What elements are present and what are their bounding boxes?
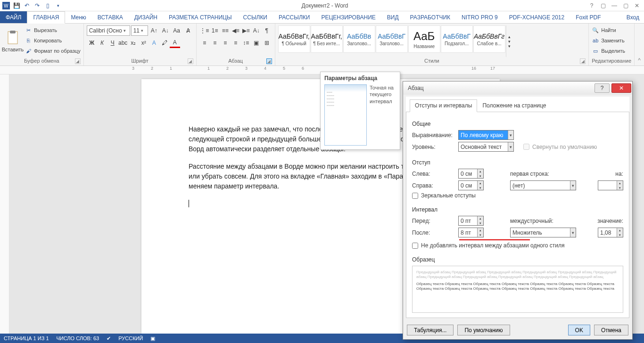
superscript-icon[interactable]: x²	[139, 38, 149, 48]
paste-button[interactable]: Вставить	[3, 25, 23, 57]
redo-icon[interactable]: ↷	[33, 1, 41, 10]
clear-format-icon[interactable]: A̷	[183, 25, 193, 36]
tab-view[interactable]: ВИД	[381, 11, 405, 23]
styles-gallery[interactable]: АаБбВвГг,¶ Обычный АаБбВвГг,¶ Без инте..…	[278, 25, 586, 57]
tab-nitro[interactable]: NITRO PRO 9	[456, 11, 504, 23]
collapse-ribbon-icon[interactable]: ^	[635, 24, 644, 65]
word-count[interactable]: ЧИСЛО СЛОВ: 63	[57, 335, 99, 341]
style-normal[interactable]: АаБбВвГг,¶ Обычный	[278, 25, 310, 53]
tab-file[interactable]: ФАЙЛ	[0, 11, 27, 23]
italic-icon[interactable]: К	[97, 38, 107, 48]
right-indent-spinner[interactable]: 0 см	[458, 180, 484, 190]
firstline-by-spinner[interactable]	[598, 180, 623, 190]
find-button[interactable]: 🔍Найти	[592, 25, 625, 35]
paragraph-launcher-icon[interactable]: ◢	[266, 58, 272, 64]
dialog-help-icon[interactable]: ?	[594, 83, 610, 93]
align-right-icon[interactable]: ≡	[220, 38, 231, 48]
tab-layout[interactable]: РАЗМЕТКА СТРАНИЦЫ	[163, 11, 238, 23]
shrink-font-icon[interactable]: A↓	[160, 25, 171, 36]
text-effects-icon[interactable]: A	[149, 38, 159, 48]
styles-more-icon[interactable]: ▴▾▾	[506, 25, 512, 57]
outdent-icon[interactable]: ◀≡	[231, 25, 241, 36]
style-title[interactable]: АаБНазвание	[408, 25, 440, 53]
justify-icon[interactable]: ≡	[231, 38, 241, 48]
level-select[interactable]: Основной текст▾	[458, 142, 514, 152]
subscript-icon[interactable]: x₂	[128, 38, 139, 48]
nosame-checkbox[interactable]	[412, 243, 418, 249]
qat-customize-icon[interactable]: ▾	[54, 1, 62, 10]
proofing-icon[interactable]: ✔	[107, 335, 111, 342]
style-subtle[interactable]: АаБбВвГгСлабое в...	[473, 25, 505, 53]
style-nospacing[interactable]: АаБбВвГг,¶ Без инте...	[311, 25, 343, 53]
tabs-button[interactable]: Табуляция...	[407, 325, 454, 335]
language-status[interactable]: РУССКИЙ	[118, 335, 143, 341]
login-link[interactable]: Вход	[622, 11, 644, 23]
tab-design[interactable]: ДИЗАЙН	[129, 11, 163, 23]
dialog-close-icon[interactable]: ✕	[611, 83, 631, 93]
numbering-icon[interactable]: 1≡	[210, 25, 220, 36]
save-icon[interactable]: 💾	[12, 1, 21, 10]
align-center-icon[interactable]: ≡	[210, 38, 220, 48]
font-color-icon[interactable]: A	[170, 38, 180, 48]
tab-foxit[interactable]: Foxit PDF	[570, 11, 606, 23]
macro-icon[interactable]: ▣	[150, 335, 155, 342]
left-indent-spinner[interactable]: 0 см	[458, 169, 484, 179]
change-case-icon[interactable]: Aa	[172, 25, 182, 36]
select-button[interactable]: ▭Выделить	[592, 46, 625, 56]
undo-icon[interactable]: ↶	[23, 1, 31, 10]
multilevel-icon[interactable]: ≡≡	[220, 25, 231, 36]
indent-icon[interactable]: ▶≡	[241, 25, 251, 36]
underline-icon[interactable]: Ч	[107, 38, 118, 48]
style-subtitle[interactable]: АаБбВвГПодзагол...	[441, 25, 473, 53]
launcher-icon[interactable]: ◢	[188, 58, 193, 64]
after-spinner[interactable]: 8 пт	[458, 228, 484, 237]
bullets-icon[interactable]: ⋮≡	[199, 25, 210, 36]
strike-icon[interactable]: abc	[118, 38, 128, 48]
tab-home[interactable]: ГЛАВНАЯ	[27, 11, 65, 24]
ok-button[interactable]: OK	[568, 325, 590, 335]
close-icon[interactable]: ✕	[633, 2, 641, 9]
line-spacing-icon[interactable]: ↕≡	[241, 38, 251, 48]
sort-icon[interactable]: A↓	[251, 25, 262, 36]
borders-icon[interactable]: ⊞	[262, 38, 272, 48]
bold-icon[interactable]: Ж	[87, 38, 97, 48]
page-status[interactable]: СТРАНИЦА 1 ИЗ 1	[4, 335, 49, 341]
new-doc-icon[interactable]: ▯	[43, 1, 52, 10]
tab-developer[interactable]: РАЗРАБОТЧИК	[405, 11, 456, 23]
align-select[interactable]: По левому краю▾	[458, 130, 514, 140]
grow-font-icon[interactable]: A↑	[149, 25, 159, 36]
dialog-tab-indents[interactable]: Отступы и интервалы	[410, 99, 477, 112]
replace-button[interactable]: abЗаменить	[592, 36, 625, 45]
align-left-icon[interactable]: ≡	[199, 38, 210, 48]
launcher-icon[interactable]: ◢	[580, 58, 586, 64]
font-size-combo[interactable]: 11▾	[131, 25, 148, 36]
tab-menu[interactable]: Меню	[65, 11, 91, 23]
vertical-ruler[interactable]	[0, 74, 9, 334]
tab-pdfxchange[interactable]: PDF-XCHANGE 2012	[504, 11, 570, 23]
style-heading1[interactable]: АаБбВвЗаголово...	[343, 25, 375, 53]
shading-icon[interactable]: ▣	[251, 38, 262, 48]
mirror-checkbox[interactable]	[412, 193, 418, 199]
help-icon[interactable]: ?	[587, 2, 596, 9]
cancel-button[interactable]: Отмена	[594, 325, 628, 335]
showhide-icon[interactable]: ¶	[262, 25, 272, 36]
at-spinner[interactable]: 1,08	[598, 228, 623, 237]
default-button[interactable]: По умолчанию	[457, 325, 510, 335]
highlight-icon[interactable]: 🖍	[159, 38, 170, 48]
format-painter-button[interactable]: 🖌Формат по образцу	[25, 46, 81, 56]
ribbon-options-icon[interactable]: ▢	[599, 2, 607, 9]
tab-review[interactable]: РЕЦЕНЗИРОВАНИЕ	[315, 11, 381, 23]
before-spinner[interactable]: 0 пт	[458, 216, 484, 226]
tab-insert[interactable]: ВСТАВКА	[92, 11, 129, 23]
tab-references[interactable]: ССЫЛКИ	[238, 11, 273, 23]
maximize-icon[interactable]: ▢	[621, 2, 630, 9]
dialog-tab-position[interactable]: Положение на странице	[477, 99, 551, 112]
launcher-icon[interactable]: ◢	[75, 58, 81, 64]
minimize-icon[interactable]: —	[610, 2, 619, 9]
tab-mailings[interactable]: РАССЫЛКИ	[273, 11, 315, 23]
firstline-select[interactable]: (нет)▾	[510, 180, 576, 190]
cut-button[interactable]: ✂Вырезать	[25, 25, 81, 35]
font-name-combo[interactable]: Calibri (Осно▾	[87, 25, 130, 36]
linespace-select[interactable]: Множитель▾	[510, 228, 576, 237]
style-heading2[interactable]: АаБбВвГЗаголово...	[376, 25, 408, 53]
